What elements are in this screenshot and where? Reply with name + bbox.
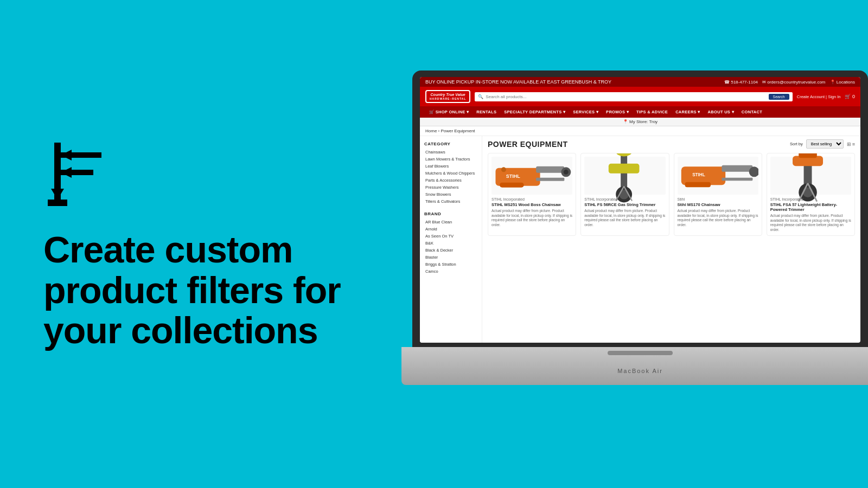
- product-name: STIHL FS 56RCE Gas String Trimmer: [584, 202, 665, 207]
- list-view-icon[interactable]: ≡: [852, 142, 855, 147]
- filter-logo-icon: [43, 137, 119, 208]
- breadcrumb: Home › Power Equipment: [420, 126, 860, 136]
- brand-item[interactable]: Arnold: [420, 226, 482, 233]
- laptop-hinge: [608, 351, 673, 355]
- products-header: POWER EQUIPMENT Sort by Best selling ⊞ ≡: [488, 139, 855, 149]
- products-area: POWER EQUIPMENT Sort by Best selling ⊞ ≡: [482, 136, 860, 343]
- product-desc: Actual product may differ from picture. …: [678, 209, 758, 227]
- nav-item[interactable]: CONTACT: [738, 106, 766, 118]
- site-header: Country True Value HARDWARE~RENTAL 🔍 Sea…: [420, 87, 860, 106]
- svg-rect-17: [609, 164, 640, 174]
- product-card[interactable]: STIHL STIHL Incorporated STIHL MS251 Woo…: [488, 153, 576, 236]
- cart-icon[interactable]: 🛒 0: [845, 94, 855, 99]
- search-input[interactable]: [486, 94, 766, 99]
- nav-item[interactable]: RENTALS: [473, 106, 500, 118]
- svg-rect-31: [799, 153, 817, 158]
- sort-select[interactable]: Best selling: [806, 139, 844, 149]
- brand-item[interactable]: As Seen On TV: [420, 233, 482, 240]
- category-item[interactable]: Parts & Accessories: [420, 177, 482, 184]
- product-card[interactable]: STIHL Incorporated STIHL FS 56RCE Gas St…: [580, 153, 669, 236]
- category-item[interactable]: Lawn Mowers & Tractors: [420, 156, 482, 163]
- brand-item[interactable]: Black & Decker: [420, 247, 482, 254]
- category-item[interactable]: Tillers & Cultivators: [420, 198, 482, 205]
- product-name: STIHL MS251 Wood Boss Chainsaw: [492, 202, 572, 207]
- category-item[interactable]: Snow Blowers: [420, 191, 482, 198]
- svg-point-16: [616, 153, 632, 156]
- svg-text:STIHL: STIHL: [506, 173, 520, 178]
- brand-title: BRAND: [420, 209, 482, 219]
- left-panel: Create custom product filters for your c…: [0, 0, 380, 488]
- category-item[interactable]: Leaf Blowers: [420, 163, 482, 170]
- nav-item[interactable]: SPECIALTY DEPARTMENTS ▾: [500, 106, 569, 118]
- search-bar[interactable]: 🔍 Search: [475, 92, 792, 101]
- product-desc: Actual product may differ from picture. …: [584, 209, 665, 227]
- site-topbar: BUY ONLINE PICKUP IN-STORE NOW AVAILABLE…: [420, 77, 860, 87]
- svg-rect-9: [536, 177, 564, 181]
- site-nav: 🛒 SHOP ONLINE ▾RENTALSSPECIALTY DEPARTME…: [420, 106, 860, 118]
- topbar-phone: ☎ 518-477-1104: [724, 80, 758, 85]
- category-item[interactable]: Chainsaws: [420, 149, 482, 156]
- site-logo: Country True Value HARDWARE~RENTAL: [425, 90, 470, 103]
- svg-marker-4: [61, 150, 72, 160]
- brand-section: BRAND AR Blue CleanArnoldAs Seen On TVB&…: [420, 209, 482, 275]
- products-title: POWER EQUIPMENT: [488, 140, 568, 149]
- svg-point-13: [501, 167, 506, 172]
- sidebar: CATEGORY ChainsawsLawn Mowers & Tractors…: [420, 136, 482, 343]
- my-store-bar: 📍 My Store: Troy: [420, 118, 860, 126]
- account-link[interactable]: Create Account | Sign In: [797, 94, 841, 99]
- sort-controls: Sort by Best selling ⊞ ≡: [790, 139, 855, 149]
- products-grid: STIHL STIHL Incorporated STIHL MS251 Woo…: [488, 153, 855, 236]
- laptop-screen: BUY ONLINE PICKUP IN-STORE NOW AVAILABLE…: [412, 70, 868, 347]
- svg-point-11: [564, 169, 569, 174]
- svg-rect-26: [685, 182, 710, 187]
- nav-item[interactable]: SERVICES ▾: [569, 106, 602, 118]
- category-title: CATEGORY: [420, 139, 482, 149]
- svg-text:STIHL: STIHL: [692, 172, 705, 177]
- topbar-right: ☎ 518-477-1104 ✉ orders@countrytruevalue…: [724, 80, 855, 85]
- nav-item[interactable]: CAREERS ▾: [672, 106, 704, 118]
- nav-item[interactable]: TIPS & ADVICE: [633, 106, 672, 118]
- nav-item[interactable]: 🛒 SHOP ONLINE ▾: [425, 106, 473, 118]
- product-card[interactable]: STIHL Stihl Stihl MS170 Chainsaw Actual …: [674, 153, 762, 236]
- logo-line1: Country True Value: [430, 93, 466, 97]
- svg-marker-2: [51, 189, 64, 200]
- topbar-locations: 📍 Locations: [830, 80, 855, 85]
- nav-item[interactable]: PROMOS ▾: [602, 106, 633, 118]
- search-icon: 🔍: [478, 94, 483, 99]
- svg-point-19: [619, 190, 629, 200]
- category-item[interactable]: Mulchers & Wood Chippers: [420, 170, 482, 177]
- sort-label: Sort by: [790, 142, 803, 146]
- brand-item[interactable]: Briggs & Stratton: [420, 261, 482, 268]
- svg-rect-12: [500, 182, 524, 187]
- website-content: BUY ONLINE PICKUP IN-STORE NOW AVAILABLE…: [420, 77, 860, 343]
- svg-rect-23: [722, 165, 752, 172]
- brand-item[interactable]: Blaster: [420, 254, 482, 261]
- logo-line2: HARDWARE~RENTAL: [430, 97, 466, 100]
- nav-item[interactable]: ABOUT US ▾: [704, 106, 738, 118]
- brand-item[interactable]: B&K: [420, 240, 482, 247]
- product-card[interactable]: STIHL Incorporated STIHL FSA 57 Lightwei…: [767, 153, 855, 236]
- topbar-announcement: BUY ONLINE PICKUP IN-STORE NOW AVAILABLE…: [425, 79, 611, 85]
- svg-rect-24: [722, 178, 752, 181]
- product-name: Stihl MS170 Chainsaw: [678, 202, 758, 207]
- brand-item[interactable]: AR Blue Clean: [420, 219, 482, 226]
- svg-rect-8: [536, 166, 564, 172]
- laptop-container: BUY ONLINE PICKUP IN-STORE NOW AVAILABLE…: [401, 70, 868, 385]
- headline: Create custom product filters for your c…: [43, 229, 347, 351]
- macbook-label: MacBook Air: [617, 368, 663, 374]
- search-button[interactable]: Search: [769, 94, 789, 100]
- laptop-base: MacBook Air: [401, 347, 868, 385]
- grid-view-icon[interactable]: ⊞: [847, 142, 851, 147]
- header-right: Create Account | Sign In 🛒 0: [797, 94, 855, 99]
- category-section: CATEGORY ChainsawsLawn Mowers & Tractors…: [420, 139, 482, 205]
- category-item[interactable]: Pressure Washers: [420, 184, 482, 191]
- laptop-body: BUY ONLINE PICKUP IN-STORE NOW AVAILABLE…: [401, 70, 868, 385]
- svg-marker-6: [61, 167, 72, 178]
- topbar-email: ✉ orders@countrytruevalue.com: [762, 80, 826, 85]
- svg-rect-1: [48, 200, 67, 206]
- product-desc: Actual product may differ from picture. …: [492, 209, 572, 227]
- product-desc: Actual product may differ from picture. …: [770, 214, 851, 232]
- product-image: [584, 157, 665, 195]
- brand-item[interactable]: Camco: [420, 268, 482, 275]
- product-brand: Stihl: [678, 197, 758, 201]
